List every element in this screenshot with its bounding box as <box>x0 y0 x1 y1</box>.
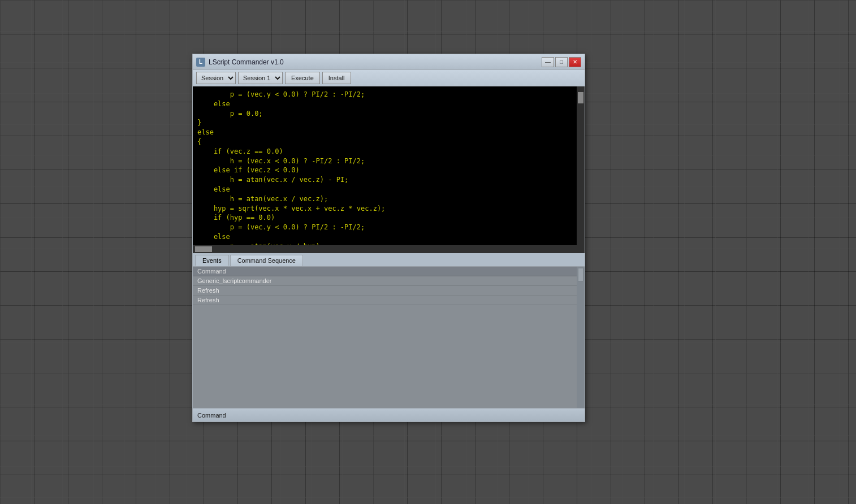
install-button[interactable]: Install <box>322 72 351 84</box>
code-vertical-scrollbar[interactable] <box>577 86 585 253</box>
bottom-bar-label: Command <box>197 412 226 419</box>
events-panel: Command Generic_lscriptcommander Refresh… <box>193 267 585 408</box>
toolbar: Session Session 1 Execute Install <box>193 70 585 86</box>
tab-events[interactable]: Events <box>195 255 229 266</box>
code-content: p = (vec.y < 0.0) ? PI/2 : -PI/2; else p… <box>197 90 574 253</box>
main-window: L LScript Commander v1.0 — □ ✕ Session S… <box>192 54 585 422</box>
execute-button[interactable]: Execute <box>285 72 320 84</box>
code-editor[interactable]: p = (vec.y < 0.0) ? PI/2 : -PI/2; else p… <box>193 86 585 253</box>
tabs-row: Events Command Sequence <box>193 253 585 267</box>
events-scrollbar-thumb[interactable] <box>578 268 583 281</box>
session-dropdown[interactable]: Session <box>196 72 236 84</box>
minimize-button[interactable]: — <box>542 57 554 67</box>
close-button[interactable]: ✕ <box>569 57 581 67</box>
list-item: Generic_lscriptcommander <box>193 276 585 286</box>
h-scrollbar-thumb[interactable] <box>195 246 212 252</box>
window-title: LScript Commander v1.0 <box>209 58 542 66</box>
events-list: Generic_lscriptcommander Refresh Refresh <box>193 276 585 305</box>
title-bar: L LScript Commander v1.0 — □ ✕ <box>193 54 585 70</box>
bottom-bar: Command <box>193 408 585 422</box>
code-scrollbar-thumb[interactable] <box>578 92 583 103</box>
session1-dropdown[interactable]: Session 1 <box>238 72 283 84</box>
list-item: Refresh <box>193 286 585 296</box>
tab-command-sequence[interactable]: Command Sequence <box>230 255 303 266</box>
events-header: Command <box>193 267 585 276</box>
maximize-button[interactable]: □ <box>555 57 568 67</box>
app-icon: L <box>196 58 205 67</box>
list-item: Refresh <box>193 296 585 305</box>
window-controls: — □ ✕ <box>542 57 581 67</box>
code-container: p = (vec.y < 0.0) ? PI/2 : -PI/2; else p… <box>193 86 585 253</box>
events-vertical-scrollbar[interactable] <box>577 267 585 408</box>
code-horizontal-scrollbar[interactable] <box>193 245 577 253</box>
